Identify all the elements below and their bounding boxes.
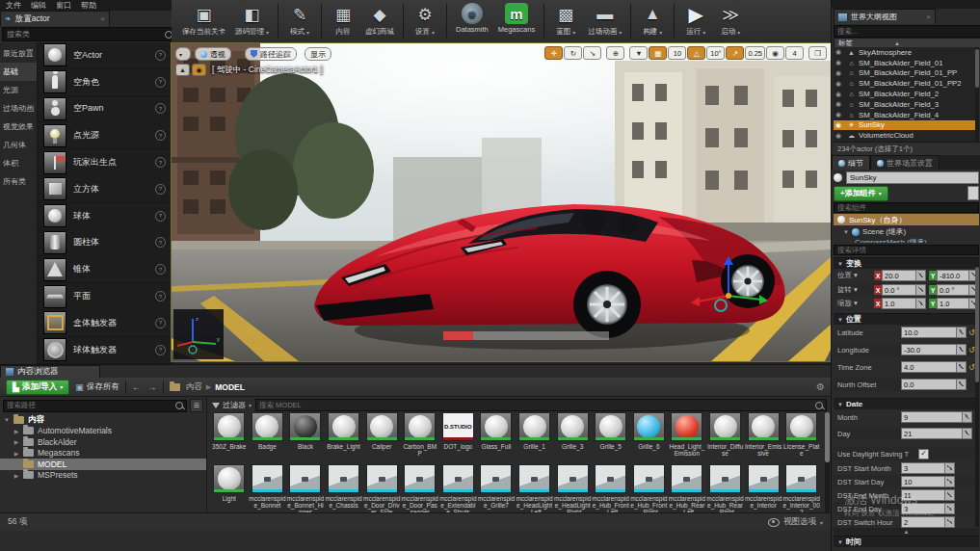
property-value[interactable]: 0.0: [901, 379, 957, 390]
eye-icon[interactable]: ◉: [835, 100, 844, 108]
place-item[interactable]: 球体?: [38, 203, 172, 230]
folder-row-AutomotiveMaterials[interactable]: ▶AutomotiveMaterials: [0, 426, 206, 437]
asset-Carbon_BMP[interactable]: Carbon_BMP: [401, 412, 439, 464]
surface-snap-button[interactable]: ▼: [629, 46, 648, 60]
spinner-icon[interactable]: [945, 476, 955, 487]
transform-x-value[interactable]: 0.0 °: [882, 284, 916, 296]
place-item[interactable]: 空角色?: [38, 69, 172, 96]
place-category-基础[interactable]: 基础: [0, 63, 37, 81]
eye-icon[interactable]: ◉: [835, 59, 844, 66]
property-value[interactable]: 10: [901, 476, 945, 487]
asset-Interior_Emissive[interactable]: Interior_Emissive: [744, 412, 782, 464]
component-self-row[interactable]: SunSky（自身）: [834, 214, 979, 225]
place-actors-tab[interactable]: ❧ 放置actor ×: [0, 11, 110, 26]
place-category-光源[interactable]: 光源: [0, 81, 37, 99]
chevron-down-icon[interactable]: ▾: [432, 29, 435, 36]
place-item[interactable]: 盒体触发器?: [38, 310, 172, 337]
expand-arrow-icon[interactable]: ▶: [13, 450, 19, 457]
chevron-down-icon[interactable]: ▾: [852, 299, 858, 307]
spinner-icon[interactable]: [957, 344, 967, 355]
actor-name-input[interactable]: [846, 171, 979, 184]
transform-y-value[interactable]: -810.0: [937, 270, 969, 281]
place-search-input[interactable]: 搜索类: [2, 27, 177, 41]
filters-button[interactable]: 过滤器▾: [212, 400, 252, 410]
outliner-row-SkyAtmosphere[interactable]: ◉▲SkyAtmosphere: [834, 47, 977, 58]
folder-row-内容[interactable]: ▼内容: [0, 414, 206, 426]
spinner-icon[interactable]: [945, 462, 955, 474]
transform-x-value[interactable]: 20.0: [882, 270, 916, 281]
toolbar-button-内容[interactable]: ▦内容: [326, 2, 360, 42]
info-icon[interactable]: ?: [155, 184, 166, 195]
eject-pilot-button[interactable]: ▲: [175, 64, 190, 76]
tab-world-settings[interactable]: 世界场景设置: [870, 155, 940, 170]
world-outliner-tab[interactable]: 世界大纲视图 ×: [834, 9, 936, 24]
asset-Interior_Diffuse[interactable]: Interior_Diffuse: [706, 412, 745, 464]
info-icon[interactable]: ?: [155, 291, 166, 302]
asset-Caliper[interactable]: Caliper: [362, 412, 401, 464]
outliner-row-SM_BlackAlder_Field_3[interactable]: ◉⌂SM_BlackAlder_Field_3: [834, 99, 977, 110]
spinner-icon[interactable]: [963, 411, 972, 423]
component-sub-row[interactable]: CompassMesh (继承): [834, 237, 979, 243]
asset-Black[interactable]: Black: [286, 412, 325, 464]
asset-License_Plate[interactable]: License_Plate: [782, 412, 821, 464]
eye-icon[interactable]: ◉: [835, 121, 844, 129]
property-value[interactable]: 10.0: [901, 327, 957, 338]
outliner-row-SM_BlackAlder_Field_01[interactable]: ◉⌂SM_BlackAlder_Field_01: [834, 58, 977, 68]
outliner-search-input[interactable]: 搜索...: [834, 25, 980, 38]
maximize-viewport-button[interactable]: ❒: [808, 46, 827, 60]
property-value[interactable]: 2: [901, 516, 945, 528]
world-space-button[interactable]: ⊕: [606, 46, 624, 60]
outliner-row-SM_BlackAlder_Field_2[interactable]: ◉⌂SM_BlackAlder_Field_2: [834, 89, 977, 99]
spinner-icon[interactable]: [916, 270, 926, 281]
eye-icon[interactable]: ◉: [835, 48, 844, 56]
eye-icon[interactable]: ◉: [835, 69, 844, 77]
asset-mcclarenspide_HeadLight_Right[interactable]: mcclarenspide_HeadLight_Right: [553, 464, 592, 512]
dst-checkbox[interactable]: ✓: [918, 449, 929, 459]
asset-Glass_Full[interactable]: Glass_Full: [477, 412, 516, 464]
close-icon[interactable]: ×: [926, 13, 931, 21]
asset-grid-scrollbar[interactable]: [825, 412, 830, 512]
place-item[interactable]: 平面?: [38, 283, 172, 310]
place-category-过场动画[interactable]: 过场动画: [0, 99, 37, 118]
scale-tool-button[interactable]: ↘: [583, 46, 601, 60]
asset-mcclarenspide_Bonnet[interactable]: mcclarenspide_Bonnet: [249, 464, 287, 512]
property-value[interactable]: -30.0: [901, 344, 957, 355]
asset-mcclarenspide_Bonnet_Hinges[interactable]: mcclarenspide_Bonnet_Hinges: [286, 464, 325, 512]
info-icon[interactable]: ?: [155, 50, 166, 61]
folder-row-BlackAlder[interactable]: ▶BlackAlder: [0, 436, 206, 448]
spinner-icon[interactable]: [963, 428, 972, 439]
reset-to-default-icon[interactable]: ↺: [968, 328, 975, 337]
back-button[interactable]: ←: [132, 382, 142, 392]
transform-y-value[interactable]: 0.0 °: [937, 284, 969, 296]
section-time[interactable]: ▼时间: [834, 536, 979, 547]
toolbar-button-虚幻商城[interactable]: ◆虚幻商城: [360, 2, 399, 42]
asset-mcclarenspide_Hub_Front_Left[interactable]: mcclarenspide_Hub_Front_Left: [592, 464, 630, 512]
spinner-icon[interactable]: [957, 361, 967, 373]
place-category-几何体[interactable]: 几何体: [0, 136, 37, 154]
chevron-down-icon[interactable]: ▾: [306, 29, 309, 36]
property-value[interactable]: 21: [901, 428, 963, 439]
outliner-row-SunSky[interactable]: ◉☀SunSky: [834, 120, 977, 131]
info-icon[interactable]: ?: [155, 130, 166, 141]
camera-speed-button[interactable]: ◉: [766, 46, 784, 60]
viewport-options-dropdown[interactable]: ▾: [175, 47, 191, 61]
place-category-最近放置[interactable]: 最近放置: [0, 44, 37, 63]
expand-arrow-icon[interactable]: ▼: [843, 229, 849, 235]
eye-icon[interactable]: ◉: [835, 111, 844, 118]
show-button[interactable]: 显示: [305, 47, 331, 61]
rotate-tool-button[interactable]: ↻: [564, 46, 582, 60]
chevron-down-icon[interactable]: ▾: [266, 29, 269, 36]
place-item[interactable]: 圆柱体?: [38, 230, 172, 257]
spinner-icon[interactable]: [945, 516, 955, 528]
outliner-row-VolumetricCloud[interactable]: ◉☁VolumetricCloud: [834, 130, 977, 141]
asset-350Z_Brake[interactable]: 350Z_Brake: [210, 412, 249, 464]
spinner-icon[interactable]: [916, 284, 926, 296]
asset-mcclarenspide_Interior[interactable]: mcclarenspide_Interior: [744, 464, 782, 512]
toolbar-button-构建[interactable]: ▲构建▾: [635, 2, 670, 42]
asset-Grille_1[interactable]: Grille_1: [516, 412, 554, 464]
folder-row-MSPresets[interactable]: ▶MSPresets: [0, 470, 206, 482]
property-value[interactable]: 4.0: [901, 361, 957, 373]
section-date[interactable]: ▼Date: [834, 398, 979, 409]
outliner-row-SM_BlackAlder_Field_4[interactable]: ◉⌂SM_BlackAlder_Field_4: [834, 110, 977, 120]
place-category-所有类[interactable]: 所有类: [0, 172, 37, 191]
